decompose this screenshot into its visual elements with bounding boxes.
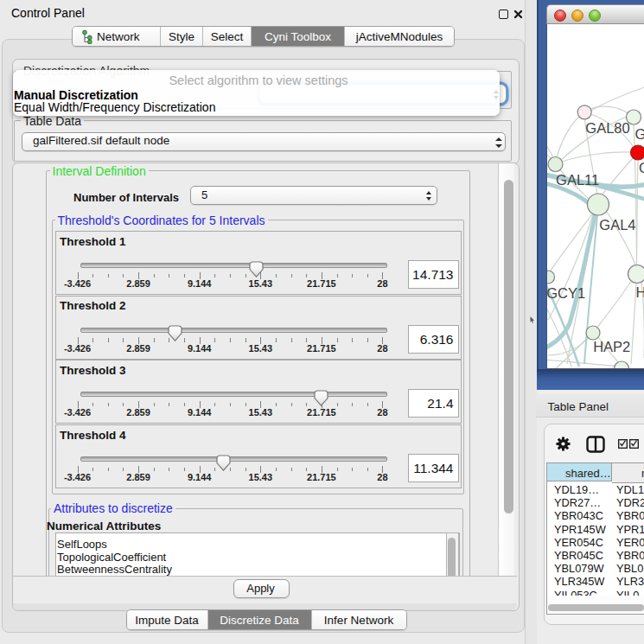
svg-text:HAP2: HAP2 xyxy=(593,339,630,354)
svg-text:GAL80: GAL80 xyxy=(585,120,629,136)
svg-text:GAL11: GAL11 xyxy=(556,172,599,188)
svg-text:GAL: GAL xyxy=(634,126,644,142)
svg-text:HAP4: HAP4 xyxy=(636,284,644,300)
svg-text:GAL4: GAL4 xyxy=(599,217,635,233)
svg-text:GCY1: GCY1 xyxy=(546,285,585,301)
svg-text:CD: CD xyxy=(639,160,644,175)
